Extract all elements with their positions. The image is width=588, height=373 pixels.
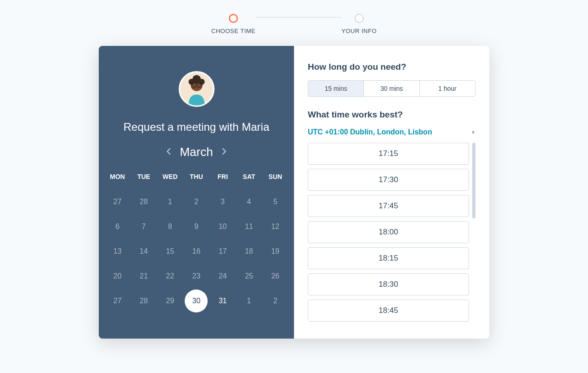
calendar-day[interactable]: 23 <box>183 264 209 289</box>
duration-option[interactable]: 30 mins <box>363 81 419 96</box>
timeslot-list-wrap: 17:1517:3017:4518:0018:1518:3018:45 <box>308 143 475 339</box>
calendar-day[interactable]: 16 <box>183 239 209 264</box>
calendar-day[interactable]: 13 <box>104 239 130 264</box>
duration-title: How long do you need? <box>308 62 475 72</box>
calendar-weekday: FRI <box>209 173 236 189</box>
calendar-day[interactable]: 15 <box>157 239 183 264</box>
timeslot-option[interactable]: 18:45 <box>308 300 469 322</box>
calendar-day[interactable]: 22 <box>157 264 183 289</box>
calendar-weekday: SAT <box>236 173 262 189</box>
calendar-day[interactable]: 2 <box>183 189 209 214</box>
step-circle-active <box>229 14 238 23</box>
calendar-day[interactable]: 28 <box>130 189 157 214</box>
calendar-day[interactable]: 30 <box>183 289 209 313</box>
calendar-day[interactable]: 25 <box>236 264 262 289</box>
timeslot-option[interactable]: 18:00 <box>308 221 469 243</box>
calendar-weekday: SUN <box>262 173 288 189</box>
month-navigation: March <box>166 145 226 159</box>
month-label: March <box>180 145 213 159</box>
step-connector <box>255 17 341 17</box>
calendar-grid: MONTUEWEDTHUFRISATSUN 272812345678910111… <box>104 173 288 313</box>
calendar-day[interactable]: 31 <box>209 289 236 313</box>
calendar-day[interactable]: 2 <box>262 289 288 313</box>
calendar-panel: Request a meeting with Maria March MONTU… <box>99 46 294 339</box>
calendar-day[interactable]: 14 <box>130 239 157 264</box>
calendar-day[interactable]: 19 <box>262 239 288 264</box>
calendar-day[interactable]: 27 <box>104 189 130 214</box>
calendar-day[interactable]: 12 <box>262 214 288 239</box>
time-title: What time works best? <box>308 110 475 120</box>
calendar-day[interactable]: 18 <box>236 239 262 264</box>
progress-stepper: CHOOSE TIME YOUR INFO <box>211 14 377 34</box>
calendar-day[interactable]: 11 <box>236 214 262 239</box>
calendar-day[interactable]: 1 <box>157 189 183 214</box>
timeslot-option[interactable]: 18:30 <box>308 273 469 295</box>
calendar-weekday: MON <box>104 173 130 189</box>
step-label: YOUR INFO <box>341 28 377 34</box>
calendar-day[interactable]: 29 <box>157 289 183 313</box>
calendar-day[interactable]: 28 <box>130 289 157 313</box>
time-panel: How long do you need? 15 mins30 mins1 ho… <box>294 46 489 339</box>
step-label: CHOOSE TIME <box>211 28 255 34</box>
duration-option[interactable]: 1 hour <box>419 81 475 96</box>
calendar-day[interactable]: 5 <box>262 189 288 214</box>
duration-option[interactable]: 15 mins <box>308 81 363 96</box>
calendar-day[interactable]: 1 <box>236 289 262 313</box>
meeting-title: Request a meeting with Maria <box>124 121 269 134</box>
calendar-day[interactable]: 7 <box>130 214 157 239</box>
calendar-weekday: WED <box>157 173 183 189</box>
calendar-day[interactable]: 9 <box>183 214 209 239</box>
calendar-day[interactable]: 21 <box>130 264 157 289</box>
prev-month-icon[interactable] <box>166 148 170 156</box>
calendar-day[interactable]: 3 <box>209 189 236 214</box>
timezone-label: UTC +01:00 Dublin, London, Lisbon <box>308 128 432 136</box>
scrollbar[interactable] <box>472 143 475 218</box>
calendar-weekday: TUE <box>130 173 157 189</box>
timeslot-option[interactable]: 17:45 <box>308 195 469 217</box>
timeslot-list: 17:1517:3017:4518:0018:1518:3018:45 <box>308 143 475 339</box>
calendar-day[interactable]: 10 <box>209 214 236 239</box>
booking-card: Request a meeting with Maria March MONTU… <box>99 46 489 339</box>
step-your-info: YOUR INFO <box>341 14 377 34</box>
calendar-day[interactable]: 4 <box>236 189 262 214</box>
svg-point-4 <box>192 75 200 84</box>
timeslot-option[interactable]: 18:15 <box>308 247 469 269</box>
calendar-day[interactable]: 26 <box>262 264 288 289</box>
calendar-day[interactable]: 17 <box>209 239 236 264</box>
avatar <box>179 71 215 107</box>
calendar-day[interactable]: 20 <box>104 264 130 289</box>
timeslot-option[interactable]: 17:30 <box>308 169 469 191</box>
calendar-day[interactable]: 24 <box>209 264 236 289</box>
step-circle <box>355 14 364 23</box>
calendar-weekday: THU <box>183 173 209 189</box>
calendar-day[interactable]: 8 <box>157 214 183 239</box>
duration-selector: 15 mins30 mins1 hour <box>308 80 475 97</box>
next-month-icon[interactable] <box>222 148 226 156</box>
step-choose-time: CHOOSE TIME <box>211 14 255 34</box>
chevron-down-icon: ▼ <box>471 130 475 135</box>
timezone-select[interactable]: UTC +01:00 Dublin, London, Lisbon ▼ <box>308 128 475 136</box>
calendar-day[interactable]: 6 <box>104 214 130 239</box>
calendar-day[interactable]: 27 <box>104 289 130 313</box>
timeslot-option[interactable]: 17:15 <box>308 143 469 165</box>
